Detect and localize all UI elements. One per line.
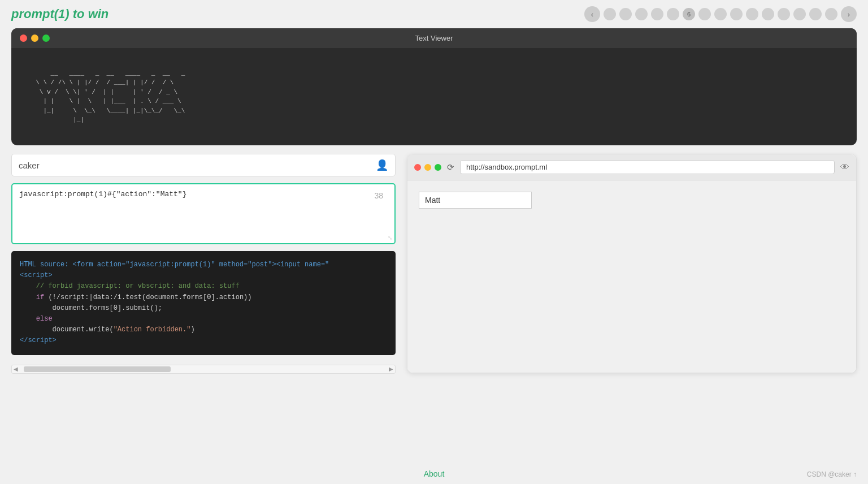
source-panel: HTML source: <form action="javascript:pr…	[11, 251, 396, 355]
source-line-4: if (!/script:|data:/i.test(document.form…	[20, 293, 251, 301]
source-line-8: </script>	[20, 336, 57, 344]
page-dot-13	[793, 8, 806, 20]
terminal-titlebar: Text Viewer	[11, 28, 857, 48]
browser-maximize-button[interactable]	[435, 164, 441, 171]
source-line-3: // forbid javascript: or vbscript: and d…	[20, 282, 240, 290]
right-panel: ⟳ 👁	[407, 154, 857, 374]
page-dot-4	[651, 8, 663, 20]
page-dot-2	[619, 8, 632, 20]
scrollbar-area[interactable]: ◀ ▶	[11, 365, 396, 374]
page-dot-15	[825, 8, 837, 20]
ascii-art-display: __ ____ _ __ ____ _ __ _ \ \ / /\ \ | |/…	[28, 70, 185, 124]
page-dot-1	[604, 8, 616, 20]
terminal-title: Text Viewer	[415, 34, 453, 42]
page-dot-14	[809, 8, 822, 20]
terminal-body: __ ____ _ __ ____ _ __ _ \ \ / /\ \ | |/…	[11, 48, 857, 145]
prompt-textarea[interactable]	[19, 190, 388, 235]
scrollbar-thumb[interactable]	[24, 366, 171, 372]
page-dot-10	[746, 8, 758, 20]
page-dot-11	[762, 8, 774, 20]
browser-prompt-input[interactable]	[419, 192, 532, 209]
eye-button[interactable]: 👁	[840, 162, 849, 172]
browser-body	[407, 180, 856, 373]
terminal-close-button[interactable]	[20, 34, 27, 42]
username-input[interactable]	[19, 161, 376, 170]
pagination: ‹ 6 ›	[584, 6, 857, 22]
page-dot-8	[714, 8, 727, 20]
terminal-maximize-button[interactable]	[42, 34, 50, 42]
page-dot-12	[778, 8, 790, 20]
browser-window: ⟳ 👁	[407, 154, 857, 373]
browser-toolbar: ⟳ 👁	[407, 154, 856, 180]
url-bar[interactable]	[460, 160, 835, 174]
user-icon: 👤	[376, 159, 388, 171]
scroll-left-arrow[interactable]: ◀	[14, 366, 18, 372]
source-line-6: else	[20, 315, 53, 323]
refresh-button[interactable]: ⟳	[447, 162, 454, 172]
source-line-5: document.forms[0].submit();	[20, 304, 162, 312]
about-link[interactable]: About	[424, 469, 445, 478]
page-dot-5	[667, 8, 679, 20]
page-dot-7	[698, 8, 711, 20]
browser-close-button[interactable]	[414, 164, 421, 171]
footer: About	[0, 464, 868, 484]
source-content: HTML source: <form action="javascript:pr…	[20, 260, 387, 347]
prev-page-button[interactable]: ‹	[584, 6, 600, 22]
top-bar: prompt(1) to win ‹ 6 ›	[0, 0, 868, 28]
username-row: 👤	[11, 154, 396, 176]
left-panel: 👤 38 ⤡ HTML source: <form action="javasc…	[11, 154, 396, 374]
browser-minimize-button[interactable]	[424, 164, 431, 171]
resize-handle[interactable]: ⤡	[388, 235, 392, 241]
site-title: prompt(1) to win	[11, 7, 108, 21]
terminal-traffic-lights	[20, 34, 50, 42]
next-page-button[interactable]: ›	[841, 6, 857, 22]
prompt-box: 38 ⤡	[11, 183, 396, 244]
scroll-right-arrow[interactable]: ▶	[389, 366, 393, 372]
terminal-minimize-button[interactable]	[31, 34, 38, 42]
source-line-2: <script>	[20, 271, 53, 279]
footer-credit: CSDN @caker ↑	[807, 470, 857, 478]
terminal-window: Text Viewer __ ____ _ __ ____ _ __ _ \ \…	[11, 28, 857, 145]
page-dot-6[interactable]: 6	[683, 8, 695, 20]
source-line-7: document.write("Action forbidden.")	[20, 326, 195, 334]
page-dot-9	[730, 8, 743, 20]
source-line-1: HTML source: <form action="javascript:pr…	[20, 261, 329, 269]
char-count: 38	[374, 191, 383, 200]
main-content: 👤 38 ⤡ HTML source: <form action="javasc…	[0, 154, 868, 374]
page-dot-3	[635, 8, 648, 20]
browser-traffic-lights	[414, 164, 441, 171]
